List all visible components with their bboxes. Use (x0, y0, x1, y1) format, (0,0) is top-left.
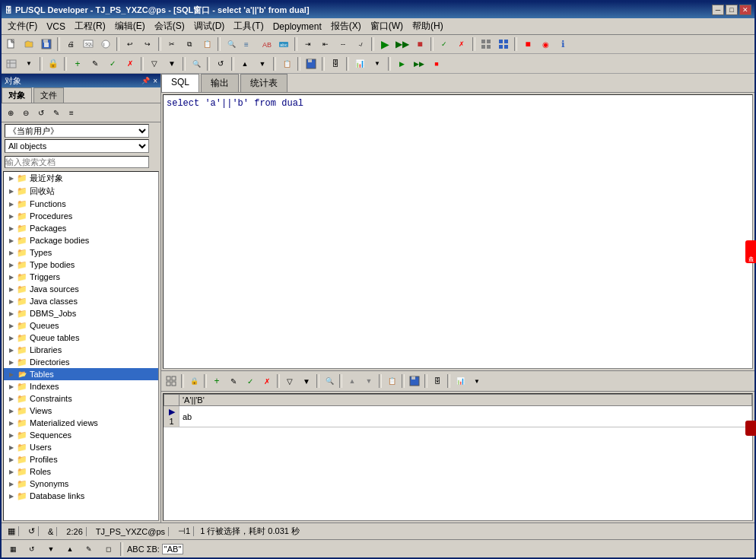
filter-btn[interactable]: ▽ (146, 56, 163, 72)
down-arrow-btn[interactable]: ▼ (254, 56, 271, 72)
chart-btn[interactable]: 📊 (351, 56, 368, 72)
comment-btn[interactable]: -- (335, 36, 351, 52)
up-arrow-btn[interactable]: ▲ (237, 56, 253, 72)
tree-item-synonyms[interactable]: ▶ 📁 Synonyms (4, 478, 158, 490)
tab-file[interactable]: 文件 (33, 87, 64, 103)
tb-btn11[interactable]: ◉ (537, 36, 554, 52)
tab-object[interactable]: 对象 (2, 87, 32, 103)
btn2[interactable]: SQL (80, 36, 97, 52)
commit-btn[interactable]: ✓ (436, 36, 453, 52)
clipboard2-btn[interactable]: 📋 (278, 56, 295, 72)
remove-object-btn[interactable]: ⊖ (19, 106, 33, 119)
cut-button[interactable]: ✂ (164, 36, 180, 52)
btn3[interactable]: i (97, 36, 114, 52)
up-results-btn[interactable]: ▲ (344, 373, 361, 389)
paste-button[interactable]: 📋 (199, 36, 215, 52)
tree-item-dblinks[interactable]: ▶ 📁 Database links (4, 490, 158, 502)
cell-0-0[interactable]: ab (179, 406, 752, 427)
search-input[interactable] (5, 156, 149, 168)
tree-item-dbms-jobs[interactable]: ▶ 📁 DBMS_Jobs (4, 307, 158, 319)
red-side-btn-2[interactable] (745, 421, 756, 436)
sql-tab-stats[interactable]: 统计表 (240, 74, 287, 92)
tree-item-functions[interactable]: ▶ 📁 Functions (4, 198, 158, 210)
panel-pin[interactable]: 📌 (141, 77, 150, 84)
tb-btn10[interactable]: ■ (519, 36, 536, 52)
cancel-edit-btn[interactable]: ✗ (122, 56, 138, 72)
btn5[interactable]: ≡ (240, 36, 257, 52)
find-btn[interactable]: 🔍 (188, 56, 205, 72)
close-button[interactable]: ✕ (739, 5, 751, 15)
save2-btn[interactable] (303, 56, 319, 72)
tree-item-types[interactable]: ▶ 📁 Types (4, 246, 158, 259)
tb2-dropdown-arrow[interactable]: ▼ (21, 56, 37, 72)
tb-btn8[interactable] (478, 36, 494, 52)
add-object-btn[interactable]: ⊕ (4, 106, 17, 119)
btm-btn3[interactable]: ▼ (43, 541, 59, 557)
user-dropdown[interactable]: 《当前用户》 (5, 124, 149, 138)
stop2-btn[interactable]: ■ (428, 56, 445, 72)
save-results-btn[interactable] (406, 373, 423, 389)
tree-item-java-sources[interactable]: ▶ 📁 Java sources (4, 283, 158, 295)
add-row-btn[interactable]: + (208, 373, 225, 389)
confirm-row-btn[interactable]: ✓ (242, 373, 259, 389)
rollback-btn[interactable]: ✗ (453, 36, 470, 52)
copy-button[interactable]: ⧉ (181, 36, 198, 52)
btm-btn2[interactable]: ↺ (24, 541, 40, 557)
tree-item-directories[interactable]: ▶ 📁 Directories (4, 356, 158, 368)
btm-btn4[interactable]: ▲ (62, 541, 78, 557)
tree-item-libraries[interactable]: ▶ 📁 Libraries (4, 344, 158, 356)
menu-help[interactable]: 帮助(H) (408, 18, 448, 34)
tree-item-matviews[interactable]: ▶ 📁 Materialized views (4, 417, 158, 429)
indent-btn[interactable]: ⇥ (300, 36, 316, 52)
chart-results-btn[interactable]: 📊 (452, 373, 469, 389)
maximize-button[interactable]: □ (726, 5, 738, 15)
filter-desc-btn[interactable]: ▼ (298, 373, 315, 389)
menu-project[interactable]: 工程(R) (70, 18, 110, 34)
stop-btn[interactable]: ■ (411, 36, 428, 52)
refresh-object-btn[interactable]: ↺ (34, 106, 48, 119)
search-results-btn[interactable]: 🔍 (321, 373, 338, 389)
lock-results-btn[interactable]: 🔒 (186, 373, 202, 389)
panel-close[interactable]: × (153, 77, 157, 85)
new-button[interactable] (3, 36, 20, 52)
menu-window[interactable]: 窗口(W) (366, 18, 408, 34)
tree-item-recent[interactable]: ▶ 📁 最近对象 (4, 172, 158, 185)
filter-asc-btn[interactable]: ▽ (281, 373, 298, 389)
chart-dropdown-arrow[interactable]: ▼ (369, 56, 386, 72)
menu-tools[interactable]: 工具(T) (229, 18, 268, 34)
menu-deployment[interactable]: Deployment (268, 20, 326, 33)
btn7[interactable]: abc (275, 36, 292, 52)
menu-edit[interactable]: 编辑(E) (110, 18, 150, 34)
sql-tab-sql[interactable]: SQL (161, 74, 199, 92)
search-btn[interactable]: 🔍 (223, 36, 240, 52)
menu-debug[interactable]: 调试(D) (189, 18, 230, 34)
uncomment-btn[interactable]: -/ (352, 36, 369, 52)
chart-dropdown2-arrow[interactable]: ▼ (469, 373, 485, 389)
tb-btn9[interactable] (495, 36, 512, 52)
outdent-btn[interactable]: ⇤ (317, 36, 334, 52)
tree-item-recycle[interactable]: ▶ 📁 回收站 (4, 185, 158, 198)
db-results-btn[interactable]: 🗄 (429, 373, 446, 389)
tree-item-java-classes[interactable]: ▶ 📁 Java classes (4, 295, 158, 307)
add-btn[interactable]: + (69, 56, 86, 72)
tree-item-tables[interactable]: ▶ 📂 Tables (4, 368, 158, 380)
menu-vcs[interactable]: VCS (42, 20, 70, 33)
ok-btn[interactable]: ✓ (104, 56, 121, 72)
tree-item-type-bodies[interactable]: ▶ 📁 Type bodies (4, 259, 158, 271)
tree-item-indexes[interactable]: ▶ 📁 Indexes (4, 380, 158, 392)
filter-dropdown[interactable]: All objects (5, 139, 149, 153)
lock-btn[interactable]: 🔒 (45, 56, 62, 72)
filter2-btn[interactable]: ▼ (164, 56, 180, 72)
save-button[interactable] (38, 36, 55, 52)
execute-btn[interactable]: ▶ (376, 36, 393, 52)
sql-tab-output[interactable]: 输出 (201, 74, 239, 92)
down-results-btn[interactable]: ▼ (361, 373, 377, 389)
tb-btn12[interactable]: ℹ (554, 36, 571, 52)
menu-reports[interactable]: 报告(X) (326, 18, 366, 34)
menu-object-btn[interactable]: ≡ (65, 106, 78, 119)
undo-button[interactable]: ↩ (122, 36, 138, 52)
tree-item-users[interactable]: ▶ 📁 Users (4, 441, 158, 453)
tree-item-package-bodies[interactable]: ▶ 📁 Package bodies (4, 234, 158, 246)
edit-row-btn[interactable]: ✎ (225, 373, 242, 389)
btm-btn5[interactable]: ✎ (81, 541, 97, 557)
